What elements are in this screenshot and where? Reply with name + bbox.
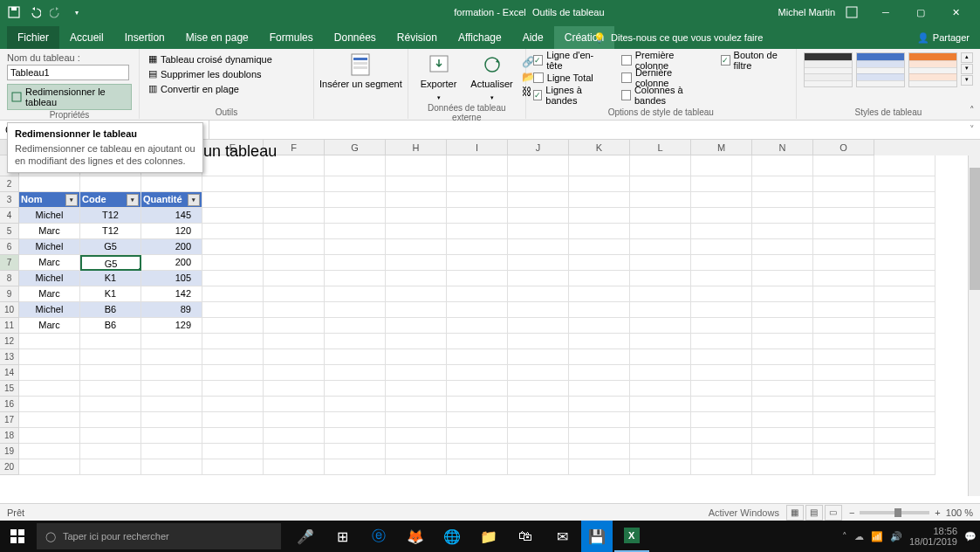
cell[interactable] bbox=[874, 208, 935, 224]
cell[interactable] bbox=[325, 381, 386, 397]
cell[interactable] bbox=[813, 192, 874, 208]
filter-dropdown-icon[interactable]: ▾ bbox=[188, 194, 200, 206]
cell[interactable] bbox=[447, 192, 508, 208]
cell[interactable] bbox=[569, 459, 630, 475]
cell[interactable] bbox=[447, 255, 508, 271]
cell[interactable] bbox=[630, 239, 691, 255]
tab-revision[interactable]: Révision bbox=[387, 26, 448, 49]
cell[interactable] bbox=[874, 224, 935, 239]
cell[interactable]: T12 bbox=[80, 208, 141, 224]
cell[interactable] bbox=[630, 255, 691, 271]
cell[interactable] bbox=[325, 365, 386, 381]
cell[interactable] bbox=[141, 412, 202, 428]
cell[interactable]: 120 bbox=[141, 224, 202, 239]
cell[interactable] bbox=[752, 239, 813, 255]
cell[interactable] bbox=[386, 155, 447, 176]
cell[interactable]: 145 bbox=[141, 208, 202, 224]
gallery-more-icon[interactable]: ▾ bbox=[961, 75, 973, 86]
cell[interactable] bbox=[325, 208, 386, 224]
cell[interactable] bbox=[630, 444, 691, 459]
cell[interactable] bbox=[264, 428, 325, 444]
cell[interactable] bbox=[569, 444, 630, 459]
cell[interactable] bbox=[508, 176, 569, 192]
cell[interactable]: 142 bbox=[141, 286, 202, 302]
cell[interactable]: Marc bbox=[19, 255, 80, 271]
excel-taskbar-icon[interactable]: X bbox=[614, 521, 649, 552]
cell[interactable] bbox=[264, 176, 325, 192]
cell[interactable] bbox=[630, 412, 691, 428]
cell[interactable] bbox=[447, 208, 508, 224]
cell[interactable] bbox=[752, 412, 813, 428]
cell[interactable] bbox=[752, 397, 813, 412]
cell[interactable] bbox=[752, 318, 813, 334]
header-row-checkbox[interactable]: Ligne d'en-tête bbox=[533, 52, 607, 68]
banded-cols-checkbox[interactable]: Colonnes à bandes bbox=[621, 87, 705, 103]
cell[interactable] bbox=[569, 192, 630, 208]
cell[interactable] bbox=[630, 224, 691, 239]
cell[interactable] bbox=[508, 208, 569, 224]
cell[interactable] bbox=[691, 318, 752, 334]
cell[interactable] bbox=[447, 412, 508, 428]
row-header[interactable]: 2 bbox=[0, 176, 19, 192]
cell[interactable] bbox=[508, 334, 569, 349]
row-header[interactable]: 8 bbox=[0, 271, 19, 286]
zoom-level[interactable]: 100 % bbox=[946, 507, 973, 518]
resize-table-button[interactable]: Redimensionner le tableau bbox=[7, 84, 132, 110]
cell[interactable] bbox=[325, 459, 386, 475]
taskbar-clock[interactable]: 18:56 18/01/2019 bbox=[909, 526, 957, 547]
cell[interactable] bbox=[874, 318, 935, 334]
cell[interactable] bbox=[691, 428, 752, 444]
cell[interactable] bbox=[325, 192, 386, 208]
cell[interactable] bbox=[202, 381, 264, 397]
cell[interactable]: 129 bbox=[141, 318, 202, 334]
cell[interactable] bbox=[874, 271, 935, 286]
cell[interactable] bbox=[813, 155, 874, 176]
cell[interactable] bbox=[630, 155, 691, 176]
cell[interactable] bbox=[386, 286, 447, 302]
cell[interactable] bbox=[264, 365, 325, 381]
cell[interactable] bbox=[447, 271, 508, 286]
cell[interactable] bbox=[325, 302, 386, 318]
cell[interactable] bbox=[874, 397, 935, 412]
cell[interactable]: Michel bbox=[19, 271, 80, 286]
qat-dropdown-icon[interactable]: ▾ bbox=[70, 5, 84, 19]
cell[interactable] bbox=[447, 365, 508, 381]
cell[interactable] bbox=[813, 397, 874, 412]
cell[interactable] bbox=[141, 397, 202, 412]
cell[interactable] bbox=[630, 176, 691, 192]
gallery-up-icon[interactable]: ▴ bbox=[961, 52, 973, 63]
cell[interactable] bbox=[691, 412, 752, 428]
cell[interactable] bbox=[813, 239, 874, 255]
cell[interactable] bbox=[630, 334, 691, 349]
cell[interactable] bbox=[386, 349, 447, 365]
export-button[interactable]: Exporter▾ bbox=[415, 52, 463, 103]
cell[interactable]: Marc bbox=[19, 286, 80, 302]
cell[interactable] bbox=[264, 334, 325, 349]
col-header[interactable]: N bbox=[752, 140, 813, 155]
cell[interactable] bbox=[264, 192, 325, 208]
cell[interactable] bbox=[447, 334, 508, 349]
cell[interactable] bbox=[752, 428, 813, 444]
cell[interactable] bbox=[508, 255, 569, 271]
cell[interactable] bbox=[813, 381, 874, 397]
cell[interactable] bbox=[141, 444, 202, 459]
cell[interactable] bbox=[752, 302, 813, 318]
cell[interactable] bbox=[508, 318, 569, 334]
cell[interactable] bbox=[202, 239, 264, 255]
cell[interactable]: B6 bbox=[80, 318, 141, 334]
cell[interactable] bbox=[80, 428, 141, 444]
cell[interactable] bbox=[508, 444, 569, 459]
cell[interactable] bbox=[264, 349, 325, 365]
refresh-button[interactable]: Actualiser▾ bbox=[465, 52, 517, 103]
notifications-icon[interactable]: 💬 bbox=[964, 531, 977, 542]
col-header[interactable]: M bbox=[691, 140, 752, 155]
cell[interactable] bbox=[19, 381, 80, 397]
cell[interactable] bbox=[447, 444, 508, 459]
redo-icon[interactable] bbox=[49, 5, 63, 19]
tell-me-box[interactable]: 💡 Dites-nous ce que vous voulez faire bbox=[593, 26, 763, 49]
cell[interactable] bbox=[813, 444, 874, 459]
row-header[interactable]: 5 bbox=[0, 224, 19, 239]
cell[interactable] bbox=[569, 255, 630, 271]
style-thumb[interactable] bbox=[908, 52, 957, 87]
cell[interactable] bbox=[447, 349, 508, 365]
